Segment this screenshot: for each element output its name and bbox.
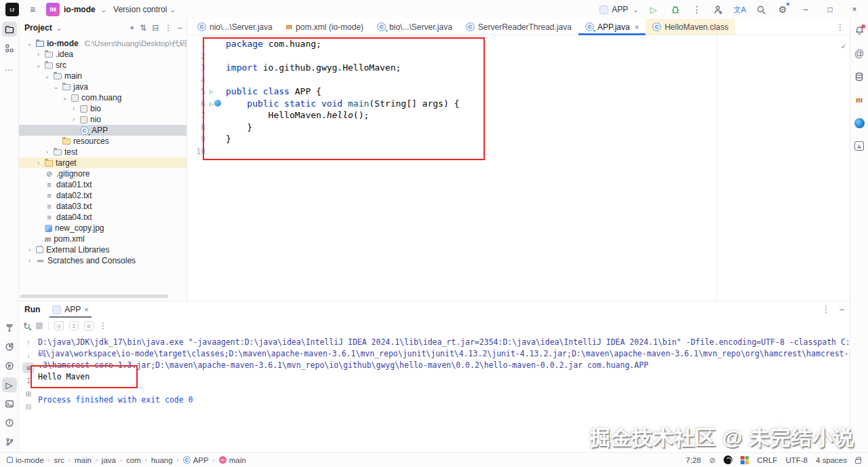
project-tool-button[interactable] bbox=[2, 22, 17, 37]
run-configuration-selector[interactable]: APP ⌄ bbox=[599, 5, 638, 14]
indent-selector[interactable]: 4 spaces bbox=[816, 456, 847, 464]
tree-expand-arrow[interactable]: › bbox=[26, 257, 33, 264]
code-editor[interactable]: 1package com.huang;23import io.github.gw… bbox=[188, 35, 850, 300]
tree-expand-arrow[interactable]: ⌄ bbox=[43, 73, 51, 79]
close-icon[interactable]: × bbox=[635, 23, 639, 31]
git-tool-button[interactable] bbox=[2, 434, 17, 449]
tree-item-nio[interactable]: ›nio bbox=[19, 114, 186, 125]
caret-position[interactable]: 7:28 bbox=[686, 456, 701, 464]
encoding-selector[interactable]: UTF-8 bbox=[785, 456, 808, 464]
tree-item-main[interactable]: ⌄main bbox=[19, 71, 186, 81]
editor-tab-pom-xml-io-mode-[interactable]: mpom.xml (io-mode) bbox=[279, 19, 370, 35]
console-option-icon[interactable]: ↥ bbox=[69, 321, 79, 331]
tree-item-external-libraries[interactable]: ›External Libraries bbox=[19, 244, 186, 255]
lock-icon[interactable] bbox=[855, 459, 861, 464]
tree-item-data04-txt[interactable]: ≡data04.txt bbox=[19, 212, 186, 223]
tree-item-java[interactable]: ⌄java bbox=[19, 81, 186, 92]
run-panel-options-kebab-icon[interactable]: ⋮ bbox=[822, 305, 830, 314]
tree-expand-arrow[interactable]: › bbox=[70, 105, 77, 112]
browser-plugin-icon[interactable] bbox=[852, 115, 867, 130]
tree-item-pom-xml[interactable]: mpom.xml bbox=[19, 234, 186, 244]
problems-tool-button[interactable] bbox=[2, 415, 17, 430]
tree-expand-arrow[interactable]: › bbox=[43, 149, 51, 155]
debug-button[interactable] bbox=[669, 3, 682, 16]
tree-item--idea[interactable]: ›.idea bbox=[19, 49, 186, 60]
more-actions-kebab-icon[interactable]: ⋮ bbox=[690, 3, 704, 16]
window-close-button[interactable]: × bbox=[846, 5, 863, 14]
tree-item-test[interactable]: ›test bbox=[19, 147, 186, 157]
breadcrumb-item-app[interactable]: CAPP bbox=[183, 456, 209, 464]
up-stack-trace-icon[interactable]: ↑ bbox=[22, 337, 35, 348]
console-option-icon[interactable]: ◎ bbox=[54, 321, 64, 331]
line-ending-selector[interactable]: CRLF bbox=[757, 456, 777, 464]
inspections-ok-check-icon[interactable]: ✓ bbox=[841, 41, 846, 53]
tree-item-new-copy-jpg[interactable]: new_copy.jpg bbox=[19, 223, 186, 234]
breadcrumb-item-com[interactable]: com bbox=[126, 456, 141, 464]
tree-expand-arrow[interactable]: ⌄ bbox=[26, 40, 33, 47]
run-gutter-icon[interactable]: ▷ bbox=[210, 86, 214, 98]
tree-item-src[interactable]: ⌄src bbox=[19, 60, 186, 71]
profiler-tool-button[interactable] bbox=[2, 339, 17, 354]
tree-item-data01-txt[interactable]: ≡data01.txt bbox=[19, 179, 186, 190]
breadcrumb-item-huang[interactable]: huang bbox=[151, 456, 173, 464]
tree-item-scratches-and-consoles[interactable]: ›≔Scratches and Consoles bbox=[19, 255, 186, 266]
project-panel-title[interactable]: Project bbox=[24, 23, 52, 33]
scroll-to-end-icon[interactable]: ↧ bbox=[22, 375, 35, 386]
highlighting-level-icon[interactable]: ⊘ bbox=[709, 455, 716, 465]
print-icon[interactable]: ⊞ bbox=[22, 388, 35, 399]
services-tool-button[interactable] bbox=[2, 358, 17, 373]
close-icon[interactable]: × bbox=[84, 305, 88, 314]
breadcrumb-item-io-mode[interactable]: io-mode bbox=[7, 456, 44, 464]
plugin-status-icon[interactable] bbox=[724, 455, 732, 464]
run-gutter-icon[interactable]: ▷ bbox=[210, 98, 214, 110]
run-tool-button[interactable]: ▷ bbox=[2, 377, 17, 392]
settings-gear-icon[interactable]: ⚙ bbox=[776, 3, 789, 16]
editor-tab-app-java[interactable]: C▸APP.java× bbox=[578, 19, 646, 35]
rerun-button[interactable]: ↻ bbox=[23, 321, 31, 331]
terminal-tool-button[interactable] bbox=[2, 396, 17, 411]
tabs-options-kebab-icon[interactable]: ⋮ bbox=[831, 22, 850, 32]
code-with-me-add-user-icon[interactable] bbox=[712, 3, 726, 16]
tree-expand-arrow[interactable]: › bbox=[70, 116, 77, 123]
editor-tab-bio-server-java[interactable]: C▸bio\...\Server.java bbox=[370, 19, 459, 35]
tree-expand-arrow[interactable]: › bbox=[35, 51, 42, 58]
locate-file-icon[interactable]: ⌖ bbox=[130, 23, 134, 33]
more-tools-button[interactable]: … bbox=[2, 60, 17, 75]
build-tool-button[interactable] bbox=[2, 320, 17, 335]
console-kebab-icon[interactable]: ⋮ bbox=[99, 321, 107, 331]
breadcrumb-item-main[interactable]: mmain bbox=[219, 456, 246, 464]
tree-item-target[interactable]: ›target bbox=[19, 157, 186, 168]
tree-item-app[interactable]: C▸APP bbox=[19, 125, 186, 136]
search-everywhere-icon[interactable] bbox=[754, 3, 768, 16]
soft-wrap-icon[interactable]: ≡ bbox=[22, 362, 35, 373]
tree-item-data03-txt[interactable]: ≡data03.txt bbox=[19, 201, 186, 212]
window-restore-button[interactable]: □ bbox=[822, 5, 838, 14]
window-minimize-button[interactable]: – bbox=[797, 5, 814, 14]
hide-panel-icon[interactable]: – bbox=[178, 23, 182, 33]
translate-icon[interactable]: 文A bbox=[734, 3, 746, 16]
tree-expand-arrow[interactable]: ⌄ bbox=[52, 83, 60, 90]
breadcrumb-item-java[interactable]: java bbox=[102, 456, 116, 464]
run-button[interactable]: ▷ bbox=[647, 3, 660, 16]
breadcrumb-item-main[interactable]: main bbox=[75, 456, 92, 464]
tree-item-io-mode[interactable]: ⌄io-modeC:\Users\huang\Desktop\代码\java\w… bbox=[19, 38, 186, 49]
editor-tab-hellomaven-class[interactable]: CHelloMaven.class bbox=[646, 19, 735, 35]
implementation-gutter-icon[interactable] bbox=[214, 100, 221, 107]
tree-item-bio[interactable]: ›bio bbox=[19, 103, 186, 114]
tree-expand-arrow[interactable]: ⌄ bbox=[61, 94, 68, 101]
breadcrumb-item-src[interactable]: src bbox=[54, 456, 64, 464]
clear-console-icon[interactable]: ⊟ bbox=[22, 401, 35, 412]
console-option-icon[interactable]: ⊘ bbox=[84, 321, 94, 331]
panel-options-kebab-icon[interactable]: ⋮ bbox=[164, 23, 172, 33]
vcs-menu[interactable]: Version control ⌄ bbox=[113, 5, 176, 14]
project-widget[interactable]: IM io-mode ⌄ bbox=[46, 3, 106, 16]
tree-expand-arrow[interactable]: ⌄ bbox=[35, 62, 42, 69]
windows-defender-icon[interactable] bbox=[741, 456, 749, 464]
collapse-all-icon[interactable]: ⊟ bbox=[152, 23, 159, 33]
database-tool-icon[interactable] bbox=[852, 69, 867, 84]
tree-item-data02-txt[interactable]: ≡data02.txt bbox=[19, 190, 186, 201]
tree-expand-arrow[interactable]: › bbox=[26, 246, 33, 253]
structure-tool-button[interactable] bbox=[2, 41, 17, 56]
notifications-bell-icon[interactable] bbox=[852, 23, 867, 38]
down-stack-trace-icon[interactable]: ↓ bbox=[22, 350, 35, 360]
